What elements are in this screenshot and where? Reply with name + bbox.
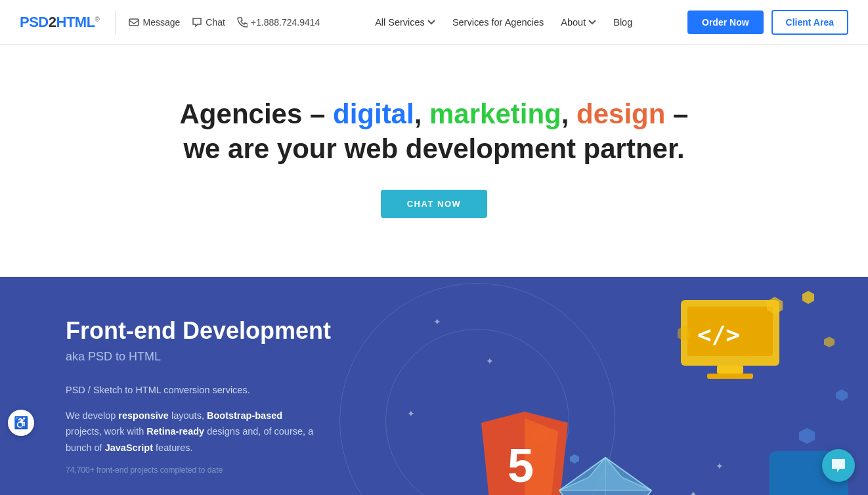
client-area-button[interactable]: Client Area xyxy=(771,10,848,35)
phone-icon xyxy=(237,17,248,28)
chat-icon xyxy=(192,17,202,28)
accessibility-button[interactable]: ♿ xyxy=(8,410,34,436)
hero-marketing: marketing xyxy=(429,98,561,129)
nav-services-agencies[interactable]: Services for Agencies xyxy=(446,13,550,32)
chat-label: Chat xyxy=(206,17,225,28)
chevron-down-about-icon xyxy=(588,20,596,25)
navbar-divider xyxy=(115,11,116,34)
nav-blog[interactable]: Blog xyxy=(607,13,639,32)
navbar-nav: All Services Services for Agencies About… xyxy=(368,13,639,32)
svg-rect-9 xyxy=(707,374,753,379)
svg-marker-12 xyxy=(802,291,814,304)
phone-label: +1.888.724.9414 xyxy=(251,17,320,28)
brand-trademark: ® xyxy=(95,15,100,22)
svg-rect-8 xyxy=(717,366,743,374)
hero-comma2: , xyxy=(561,98,576,129)
blue-section: ✦ ✦ ✦ ✦ ✦ ✦ Front-end Development aka PS… xyxy=(0,277,868,495)
hero-headline: Agencies – digital, marketing, design – … xyxy=(13,97,855,166)
chevron-down-icon xyxy=(427,20,435,25)
nav-all-services-label: All Services xyxy=(375,17,425,28)
chat-bubble-button[interactable] xyxy=(822,449,855,482)
blue-section-content: Front-end Development aka PSD to HTML PS… xyxy=(0,277,451,495)
nav-all-services[interactable]: All Services xyxy=(368,13,442,32)
hero-section: Agencies – digital, marketing, design – … xyxy=(0,45,868,277)
hero-design: design xyxy=(576,98,665,129)
svg-text:</>: </> xyxy=(697,321,740,348)
blue-hex-2 xyxy=(798,427,815,447)
chat-now-button[interactable]: CHAT NOW xyxy=(381,190,488,218)
diamond-gem-icon xyxy=(556,454,655,495)
hero-line2: we are your web development partner. xyxy=(183,133,684,164)
navbar: PSD2HTML® Message Chat +1.888.724.9414 A… xyxy=(0,0,868,45)
message-label: Message xyxy=(142,17,180,28)
hero-digital: digital xyxy=(333,98,414,129)
accessibility-icon: ♿ xyxy=(14,416,28,430)
hero-headline-part1: Agencies – xyxy=(180,98,333,129)
nav-blog-label: Blog xyxy=(613,17,632,28)
blue-section-stat: 74,700+ front-end projects completed to … xyxy=(66,465,315,475)
code-box-icon: </> xyxy=(678,297,783,385)
brand-name-2: 2 xyxy=(49,14,56,30)
order-now-button[interactable]: Order Now xyxy=(687,11,764,34)
blue-hex-1 xyxy=(835,389,848,404)
svg-marker-15 xyxy=(799,428,815,444)
nav-about[interactable]: About xyxy=(554,13,603,32)
svg-text:5: 5 xyxy=(508,439,534,492)
blue-section-subtitle: aka PSD to HTML xyxy=(66,350,451,364)
svg-marker-14 xyxy=(836,389,848,401)
nav-services-agencies-label: Services for Agencies xyxy=(452,17,544,28)
chat-link[interactable]: Chat xyxy=(192,17,225,28)
yellow-hex-2 xyxy=(823,336,835,351)
blue-section-para2: We develop responsive layouts, Bootstrap… xyxy=(66,408,315,456)
blue-section-illustration: 5 </> xyxy=(451,277,868,495)
navbar-actions: Order Now Client Area xyxy=(687,10,848,35)
chat-bubble-icon xyxy=(830,457,847,474)
message-icon xyxy=(129,17,139,28)
navbar-contacts: Message Chat +1.888.724.9414 xyxy=(129,17,320,28)
nav-about-label: About xyxy=(561,17,586,28)
hero-part2: – xyxy=(665,98,688,129)
svg-rect-0 xyxy=(129,19,139,26)
svg-marker-13 xyxy=(824,337,835,347)
phone-link[interactable]: +1.888.724.9414 xyxy=(237,17,320,28)
brand-name-part1: PSD xyxy=(20,14,49,30)
blue-section-title: Front-end Development xyxy=(66,316,451,345)
yellow-hex-1 xyxy=(801,290,815,307)
brand-name-part2: HTML xyxy=(56,14,95,30)
brand-logo[interactable]: PSD2HTML® xyxy=(20,14,99,31)
hero-comma1: , xyxy=(414,98,429,129)
message-link[interactable]: Message xyxy=(129,17,180,28)
blue-section-para1: PSD / Sketch to HTML conversion services… xyxy=(66,382,315,398)
